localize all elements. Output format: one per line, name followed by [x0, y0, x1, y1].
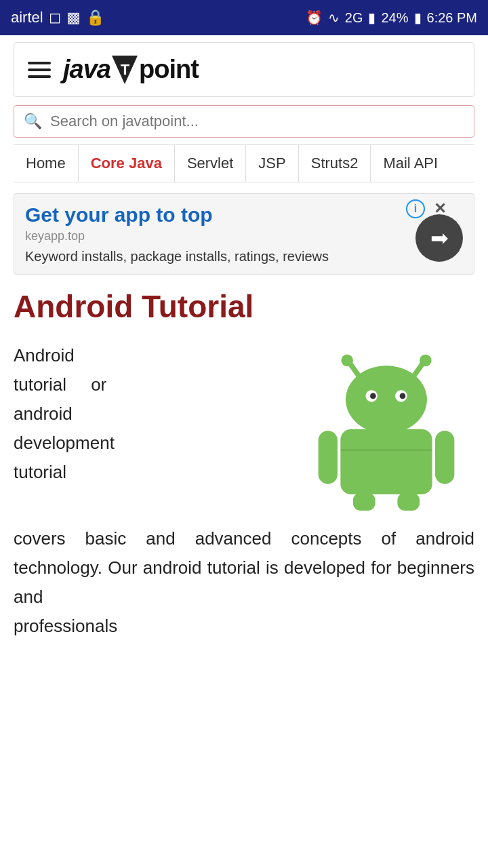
ad-title: Get your app to top [25, 203, 463, 226]
ad-banner: i ✕ Get your app to top keyapp.top Keywo… [14, 193, 474, 275]
android-description-part2: covers basic and advanced concepts of an… [14, 524, 474, 612]
search-input[interactable] [50, 113, 464, 130]
logo-point-text: point [139, 55, 199, 84]
status-left: airtel ◻ ▩ 🔒 [11, 9, 104, 26]
android-description-partial: professionals [14, 612, 474, 641]
header: java T point [14, 42, 474, 97]
svg-rect-15 [397, 493, 420, 511]
android-text-column: Androidtutorial orandroiddevelopmenttuto… [14, 341, 285, 511]
notification-icon: 🔒 [86, 9, 104, 26]
svg-rect-11 [340, 429, 432, 494]
nav-item-servlet[interactable]: Servlet [175, 145, 246, 182]
search-icon: 🔍 [24, 113, 42, 130]
svg-point-3 [341, 355, 352, 366]
svg-point-6 [346, 366, 427, 433]
network-label: 2G [345, 10, 363, 26]
ad-domain: keyapp.top [25, 229, 463, 243]
android-robot-image [312, 348, 461, 511]
logo-t-icon: T [112, 56, 138, 84]
signal-icon: ▮ [368, 9, 375, 26]
nav-item-jsp[interactable]: JSP [246, 145, 298, 182]
battery-icon: ▩ [66, 9, 81, 26]
search-bar[interactable]: 🔍 [14, 105, 474, 138]
android-description-part1: Androidtutorial orandroiddevelopmenttuto… [14, 341, 285, 486]
page-title: Android Tutorial [14, 288, 474, 325]
ad-info-icon[interactable]: i [406, 199, 425, 218]
carrier-label: airtel [11, 9, 43, 26]
svg-text:T: T [121, 61, 130, 78]
nav-bar: Home Core Java Servlet JSP Struts2 Mail … [14, 144, 474, 182]
time-label: 6:26 PM [427, 10, 477, 26]
svg-rect-14 [353, 493, 375, 511]
android-image-column [298, 341, 474, 511]
nav-item-home[interactable]: Home [14, 145, 79, 182]
nav-item-mailapi[interactable]: Mail API [371, 145, 450, 182]
svg-point-9 [370, 393, 376, 399]
battery-label: 24% [381, 10, 408, 26]
status-bar: airtel ◻ ▩ 🔒 ⏰ ∿ 2G ▮ 24% ▮ 6:26 PM [0, 0, 488, 35]
logo-java-text: java [63, 55, 110, 84]
svg-point-5 [420, 355, 431, 366]
android-intro-section: Androidtutorial orandroiddevelopmenttuto… [14, 341, 474, 511]
svg-rect-13 [435, 431, 454, 484]
svg-point-10 [400, 393, 406, 399]
menu-button[interactable] [28, 62, 51, 78]
battery-bar: ▮ [414, 9, 422, 26]
logo[interactable]: java T point [63, 55, 199, 84]
arrow-right-icon: ➡ [430, 225, 449, 251]
nav-item-struts2[interactable]: Struts2 [299, 145, 371, 182]
sim-icon: ◻ [49, 9, 61, 26]
main-content: Android Tutorial Androidtutorial orandro… [0, 275, 488, 641]
nav-item-corejava[interactable]: Core Java [79, 145, 175, 182]
alarm-icon: ⏰ [306, 9, 323, 26]
status-right: ⏰ ∿ 2G ▮ 24% ▮ 6:26 PM [306, 9, 477, 26]
ad-arrow-button[interactable]: ➡ [415, 214, 463, 262]
svg-rect-12 [319, 431, 338, 484]
ad-description: Keyword installs, package installs, rati… [25, 249, 463, 264]
wifi-icon: ∿ [328, 9, 340, 26]
